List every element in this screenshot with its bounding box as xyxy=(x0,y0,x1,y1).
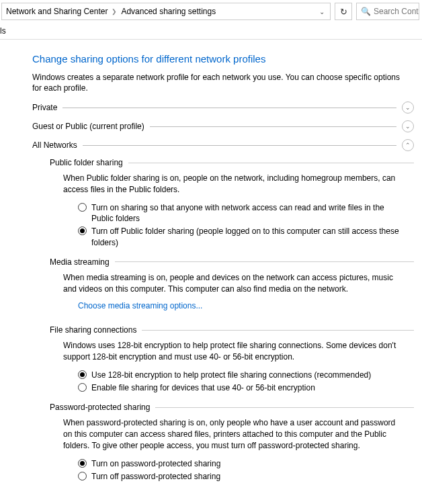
radio-password-off[interactable]: Turn off password-protected sharing xyxy=(78,471,414,482)
radio-label: Turn on sharing so that anyone with netw… xyxy=(91,202,407,224)
address-bar[interactable]: Network and Sharing Center ❯ Advanced sh… xyxy=(1,3,331,20)
section-label: Guest or Public (current profile) xyxy=(32,122,144,131)
page-title: Change sharing options for different net… xyxy=(32,53,414,65)
subsection-heading: Public folder sharing xyxy=(50,158,123,167)
radio-icon xyxy=(78,383,87,392)
divider xyxy=(83,145,396,146)
radio-label: Enable file sharing for devices that use… xyxy=(91,382,315,393)
section-label: All Networks xyxy=(32,140,77,150)
radio-icon xyxy=(78,203,87,212)
radio-label: Turn off password-protected sharing xyxy=(91,471,220,482)
subsection-file-sharing: File sharing connections xyxy=(50,325,414,335)
section-guest-public[interactable]: Guest or Public (current profile) ⌄ xyxy=(32,120,414,132)
divider xyxy=(155,407,414,408)
subsection-heading: File sharing connections xyxy=(50,325,136,335)
divider xyxy=(62,108,396,108)
chevron-up-icon[interactable]: ⌃ xyxy=(402,139,414,151)
breadcrumb-parent[interactable]: Network and Sharing Center xyxy=(6,7,108,16)
radio-label: Turn off Public folder sharing (people l… xyxy=(91,226,407,247)
subsection-description: When password-protected sharing is on, o… xyxy=(63,417,406,451)
search-placeholder: Search Cont xyxy=(374,7,419,16)
radio-public-folder-off[interactable]: Turn off Public folder sharing (people l… xyxy=(78,226,414,247)
divider xyxy=(128,163,414,163)
toolbar: ls xyxy=(0,23,422,40)
chevron-down-icon[interactable]: ⌄ xyxy=(402,120,414,132)
radio-password-on[interactable]: Turn on password-protected sharing xyxy=(78,458,414,469)
radio-icon xyxy=(78,459,87,468)
divider xyxy=(142,330,414,331)
radio-icon xyxy=(78,226,87,235)
page-description: Windows creates a separate network profi… xyxy=(32,72,409,93)
chevron-down-icon[interactable]: ⌄ xyxy=(402,101,414,114)
section-all-networks[interactable]: All Networks ⌃ xyxy=(32,139,414,151)
refresh-button[interactable]: ↻ xyxy=(335,3,352,20)
subsection-public-folder: Public folder sharing xyxy=(50,158,414,167)
divider xyxy=(115,261,414,262)
subsection-heading: Password-protected sharing xyxy=(50,403,150,412)
subsection-heading: Media streaming xyxy=(50,257,110,267)
address-dropdown-icon[interactable]: ⌄ xyxy=(318,8,326,15)
subsection-media-streaming: Media streaming xyxy=(50,257,414,267)
divider xyxy=(150,126,396,127)
radio-icon xyxy=(78,370,87,379)
radio-label: Use 128-bit encryption to help protect f… xyxy=(91,370,371,380)
section-private[interactable]: Private ⌄ xyxy=(32,101,414,114)
section-label: Private xyxy=(32,103,57,112)
radio-label: Turn on password-protected sharing xyxy=(91,458,220,469)
subsection-password-protected: Password-protected sharing xyxy=(50,403,414,412)
breadcrumb-current[interactable]: Advanced sharing settings xyxy=(121,7,216,16)
toolbar-text-fragment: ls xyxy=(0,26,6,36)
subsection-description: When Public folder sharing is on, people… xyxy=(63,173,406,196)
subsection-description: When media streaming is on, people and d… xyxy=(63,272,406,295)
radio-icon xyxy=(78,472,87,480)
radio-public-folder-on[interactable]: Turn on sharing so that anyone with netw… xyxy=(78,202,414,224)
search-icon: 🔍 xyxy=(361,7,371,16)
chevron-right-icon: ❯ xyxy=(112,8,117,15)
radio-encryption-40-56[interactable]: Enable file sharing for devices that use… xyxy=(78,382,414,393)
subsection-description: Windows uses 128-bit encryption to help … xyxy=(63,340,406,363)
radio-encryption-128[interactable]: Use 128-bit encryption to help protect f… xyxy=(78,370,414,380)
search-input[interactable]: 🔍 Search Cont xyxy=(356,3,419,20)
media-streaming-link[interactable]: Choose media streaming options... xyxy=(78,301,202,310)
